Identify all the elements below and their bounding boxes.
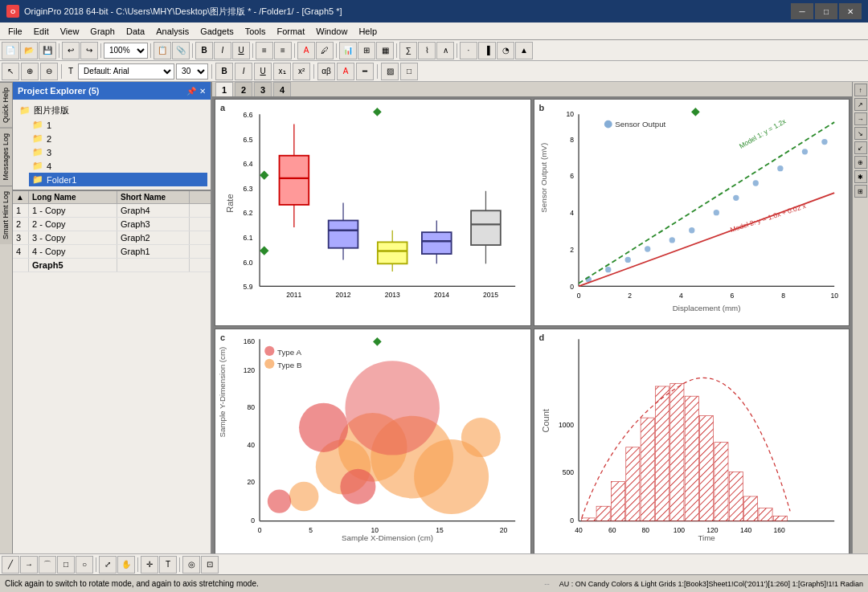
table-row[interactable]: 3 3 - Copy Graph2 [13,231,211,245]
table-row[interactable]: 2 2 - Copy Graph3 [13,218,211,231]
maximize-button[interactable]: □ [815,3,837,19]
zoom-select[interactable]: 100% [104,43,148,59]
right-btn-7[interactable]: ✱ [854,170,867,183]
draw-ellipse-btn[interactable]: ○ [76,556,93,574]
subtab-1[interactable]: 1 [215,82,233,96]
svg-rect-25 [378,242,407,263]
right-btn-4[interactable]: ↘ [854,127,867,140]
superscript-btn[interactable]: x² [293,63,310,80]
right-btn-6[interactable]: ⊕ [854,156,867,169]
menu-help[interactable]: Help [354,25,382,38]
vtab-smarthint[interactable]: Smart Hint Log [0,186,12,244]
right-btn-5[interactable]: ↙ [854,141,867,154]
fill-btn[interactable]: ▨ [381,63,399,80]
table-btn[interactable]: ⊞ [358,42,375,59]
table-row[interactable]: 1 1 - Copy Graph4 [13,204,211,218]
highlight-btn[interactable]: 🖊 [316,42,334,59]
status-bar: Click again to switch to rotate mode, an… [0,574,868,592]
vtab-quick-help[interactable]: Quick Help [0,82,12,128]
underline-text-btn[interactable]: U [254,63,272,80]
italic-btn[interactable]: I [214,42,231,59]
border-btn[interactable]: □ [400,63,418,80]
tree-item-4[interactable]: 📁 4 [29,159,207,173]
zoom-in-btn[interactable]: ⊕ [21,63,39,80]
tree-item-3[interactable]: 📁 3 [29,145,207,159]
graph-panel-b[interactable]: b ◆ Sensor Output Sensor Output (mV) Dis… [534,99,850,326]
tree-item-2[interactable]: 📁 2 [29,132,207,145]
menu-tools[interactable]: Tools [240,25,271,38]
menu-graph[interactable]: Graph [85,25,120,38]
minimize-button[interactable]: ─ [791,3,813,19]
menu-window[interactable]: Window [311,25,352,38]
bold-text-btn[interactable]: B [215,63,233,80]
pointer-btn[interactable]: ↖ [2,63,19,80]
pie-btn[interactable]: ◔ [497,42,514,59]
paste-btn[interactable]: 📎 [172,42,190,59]
menu-view[interactable]: View [55,25,84,38]
close-button[interactable]: ✕ [839,3,862,19]
menu-analysis[interactable]: Analysis [151,25,194,38]
stat-btn[interactable]: ∑ [399,42,417,59]
graph-panel-a[interactable]: a ◆ Rate 5.9 6.0 6.1 6.2 [215,99,531,326]
menu-data[interactable]: Data [121,25,149,38]
undo-btn[interactable]: ↩ [62,42,80,59]
table-row[interactable]: Graph5 [13,259,211,272]
proj-close-btn[interactable]: ✕ [199,87,206,96]
align-left-btn[interactable]: ≡ [256,42,273,59]
draw-line-btn[interactable]: ╱ [2,556,19,574]
copy-btn[interactable]: 📋 [154,42,171,59]
scatter-btn[interactable]: · [460,42,477,59]
table-row[interactable]: 4 4 - Copy Graph1 [13,245,211,259]
subtab-2[interactable]: 2 [235,82,252,96]
right-btn-3[interactable]: → [854,112,867,125]
menu-edit[interactable]: Edit [29,25,54,38]
font-select[interactable]: Default: Arial [78,63,174,80]
subscript-btn[interactable]: x₁ [273,63,291,80]
italic-text-btn[interactable]: I [235,63,252,80]
annotate-btn[interactable]: T [159,556,177,574]
tree-item-folder1[interactable]: 📁 Folder1 [29,173,207,186]
pan-btn[interactable]: ✋ [117,556,135,574]
draw-arrow-btn[interactable]: → [20,556,38,574]
bar-btn[interactable]: ▐ [478,42,496,59]
bold-btn[interactable]: B [195,42,213,59]
right-btn-2[interactable]: ↗ [854,98,867,111]
menu-gadgets[interactable]: Gadgets [195,25,239,38]
underline-btn[interactable]: U [232,42,250,59]
graph-btn[interactable]: 📊 [339,42,357,59]
draw-rect-btn[interactable]: □ [57,556,75,574]
screen-reader-btn[interactable]: ⊡ [201,556,219,574]
font-size-select[interactable]: 30 [176,63,208,80]
td-num-4: 4 [13,245,29,258]
proj-pin-btn[interactable]: 📌 [186,87,196,96]
alpha-btn[interactable]: αβ [317,63,335,80]
right-btn-1[interactable]: ↑ [854,84,867,96]
align-center-btn[interactable]: ≡ [274,42,292,59]
menu-file[interactable]: File [3,25,27,38]
data-reader-btn[interactable]: ◎ [182,556,200,574]
new-btn[interactable]: 📄 [2,42,19,59]
redo-btn[interactable]: ↪ [80,42,98,59]
graph-panel-c[interactable]: c ◆ Type A Type B Sample Y-Dimension (cm… [215,329,531,553]
line-style-btn[interactable]: ━ [356,63,374,80]
right-btn-8[interactable]: ⊞ [854,185,867,198]
zoom-out-btn[interactable]: ⊖ [40,63,58,80]
crosshair-btn[interactable]: ✛ [141,556,158,574]
subtab-3[interactable]: 3 [254,82,272,96]
tree-item-root[interactable]: 📁 图片排版 [16,103,207,118]
matrix-btn[interactable]: ▦ [376,42,394,59]
save-btn[interactable]: 💾 [39,42,56,59]
zoom-fit-btn[interactable]: ⤢ [99,556,117,574]
font-color-btn2[interactable]: A [337,63,354,80]
color-btn[interactable]: A [297,42,315,59]
peak-btn[interactable]: ∧ [436,42,454,59]
tree-item-1[interactable]: 📁 1 [29,118,207,132]
vtab-messages[interactable]: Messages Log [0,128,12,186]
area-btn[interactable]: ▲ [515,42,533,59]
subtab-4[interactable]: 4 [273,82,291,96]
menu-format[interactable]: Format [272,25,309,38]
graph-panel-d[interactable]: d Count Time 0 500 1000 40 [534,329,850,553]
draw-curve-btn[interactable]: ⌒ [39,556,56,574]
fit-btn[interactable]: ⌇ [418,42,436,59]
open-btn[interactable]: 📂 [20,42,38,59]
